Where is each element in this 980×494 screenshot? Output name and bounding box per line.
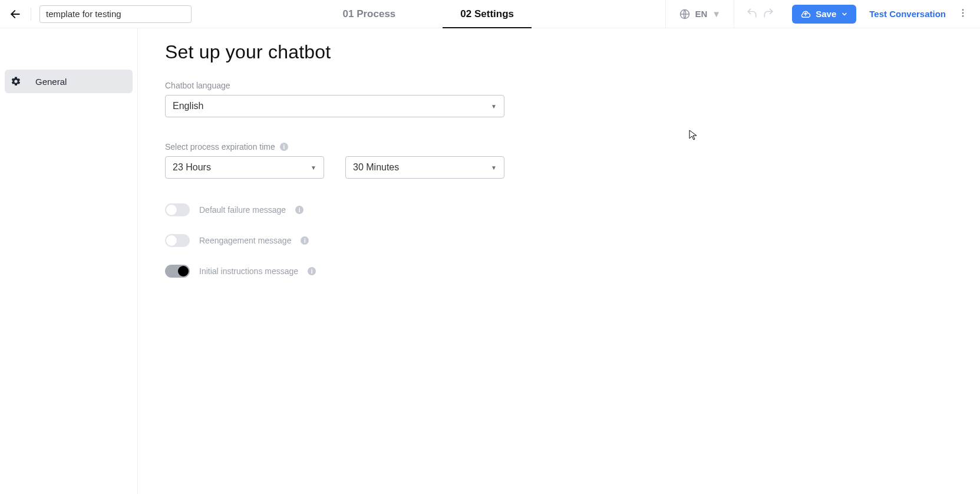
divider [31, 8, 31, 21]
toggle-knob [166, 205, 177, 215]
expiration-minutes-select[interactable]: 30 Minutes ▼ [345, 156, 504, 179]
header-tabs: 01 Process 02 Settings [200, 0, 657, 28]
field-chatbot-language: Chatbot language English ▼ [165, 81, 953, 117]
toggle-label: Initial instructions message [199, 266, 298, 276]
svg-point-3 [962, 12, 964, 14]
caret-down-icon: ▼ [311, 164, 316, 171]
more-menu-button[interactable] [952, 8, 972, 21]
redo-button[interactable] [763, 7, 774, 21]
expiration-selects-row: 23 Hours ▼ 30 Minutes ▼ [165, 156, 953, 179]
sidebar-item-general[interactable]: General [5, 70, 133, 93]
language-selector[interactable]: EN ▼ [666, 0, 734, 28]
select-value: English [173, 101, 203, 111]
sidebar-item-label: General [35, 77, 67, 87]
row-initial-instructions: Initial instructions message i [165, 265, 953, 278]
info-icon[interactable]: i [301, 236, 309, 245]
save-button[interactable]: Save [792, 5, 856, 24]
chevron-down-icon: ▼ [712, 9, 721, 19]
chevron-down-icon [841, 11, 848, 18]
field-expiration-time: Select process expiration time i 23 Hour… [165, 142, 953, 179]
settings-sidebar: General [0, 28, 138, 494]
arrow-left-icon [9, 8, 21, 20]
select-value: 30 Minutes [353, 162, 399, 173]
language-label: EN [695, 9, 708, 19]
header-left [8, 5, 192, 23]
header-right: EN ▼ Save Test Conversation [665, 0, 972, 28]
tab-settings[interactable]: 02 Settings [460, 0, 514, 28]
field-label: Select process expiration time i [165, 142, 953, 152]
gear-icon [11, 76, 21, 87]
toggle-default-failure[interactable] [165, 203, 190, 216]
expiration-hours-select[interactable]: 23 Hours ▼ [165, 156, 324, 179]
tab-process[interactable]: 01 Process [343, 0, 396, 28]
toggle-label: Reengagement message [199, 236, 291, 245]
cursor-icon [689, 130, 697, 140]
undo-button[interactable] [746, 7, 758, 21]
toggle-initial-instructions[interactable] [165, 265, 190, 278]
redo-icon [763, 7, 774, 19]
page-title: Set up your chatbot [165, 41, 953, 63]
save-label: Save [816, 9, 836, 19]
back-button[interactable] [8, 7, 22, 21]
undo-redo-group [734, 0, 786, 28]
row-default-failure: Default failure message i [165, 203, 953, 216]
toggle-knob [178, 266, 189, 276]
svg-point-2 [962, 9, 964, 11]
row-reengagement: Reengagement message i [165, 234, 953, 247]
test-conversation-link[interactable]: Test Conversation [863, 9, 952, 19]
toggle-label: Default failure message [199, 205, 286, 215]
svg-point-4 [962, 15, 964, 17]
globe-icon [679, 8, 691, 20]
settings-main: Set up your chatbot Chatbot language Eng… [138, 28, 980, 494]
template-title-input[interactable] [39, 5, 192, 23]
undo-icon [746, 7, 758, 19]
toggle-knob [166, 235, 177, 246]
language-select[interactable]: English ▼ [165, 95, 504, 117]
field-label: Chatbot language [165, 81, 953, 90]
app-body: General Set up your chatbot Chatbot lang… [0, 28, 980, 494]
app-header: 01 Process 02 Settings EN ▼ Save Test Co… [0, 0, 980, 28]
caret-down-icon: ▼ [491, 164, 497, 171]
label-text: Select process expiration time [165, 142, 275, 152]
kebab-icon [958, 8, 968, 18]
select-value: 23 Hours [173, 162, 211, 173]
info-icon[interactable]: i [280, 143, 288, 151]
info-icon[interactable]: i [295, 206, 303, 214]
toggle-reengagement[interactable] [165, 234, 190, 247]
label-text: Chatbot language [165, 81, 230, 90]
caret-down-icon: ▼ [491, 103, 497, 110]
cloud-upload-icon [800, 9, 811, 19]
info-icon[interactable]: i [308, 267, 316, 275]
